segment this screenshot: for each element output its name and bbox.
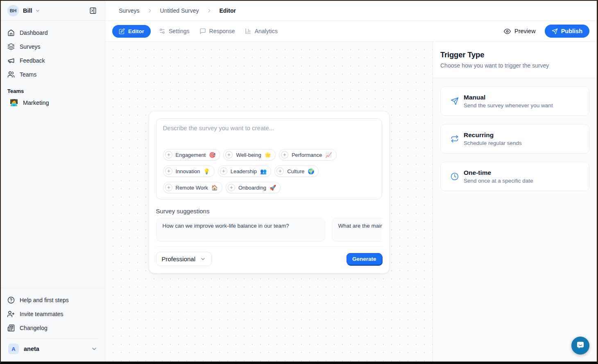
target-emoji: 🎯 bbox=[209, 152, 215, 158]
repeat-icon bbox=[451, 135, 459, 143]
chart-emoji: 📈 bbox=[325, 152, 332, 158]
tab-label: Editor bbox=[128, 28, 144, 34]
topic-chip-onboarding[interactable]: Onboarding 🚀 bbox=[226, 182, 281, 193]
divider bbox=[7, 338, 98, 339]
panel-collapse-icon bbox=[89, 7, 97, 14]
trigger-option-recurring[interactable]: Recurring Schedule regular sends bbox=[440, 124, 589, 154]
chip-label: Well-being bbox=[236, 152, 261, 158]
account-name: aneta bbox=[24, 346, 39, 352]
topic-chip-engagement[interactable]: Engagement 🎯 bbox=[163, 149, 220, 161]
topic-chip-innovation[interactable]: Innovation 💡 bbox=[163, 165, 215, 177]
workspace-switcher[interactable]: BH Bill bbox=[1, 1, 105, 21]
tab-editor[interactable]: Editor bbox=[112, 25, 151, 38]
send-icon bbox=[451, 97, 459, 105]
chip-label: Engagement bbox=[176, 152, 206, 158]
sidebar-item-feedback[interactable]: Feedback bbox=[4, 54, 102, 68]
sidebar-item-label: Surveys bbox=[20, 43, 41, 50]
breadcrumb: Surveys Untitled Survey Editor bbox=[105, 1, 597, 21]
preview-button[interactable]: Preview bbox=[504, 28, 536, 35]
sidebar-item-help[interactable]: Help and first steps bbox=[4, 293, 102, 307]
layers-icon bbox=[7, 43, 15, 50]
sidebar-item-changelog[interactable]: Changelog bbox=[4, 321, 102, 335]
chevron-right-icon bbox=[147, 8, 153, 14]
trigger-option-manual[interactable]: Manual Send the survey whenever you want bbox=[440, 86, 589, 116]
star-emoji: 🌟 bbox=[265, 152, 271, 158]
sidebar-item-teams[interactable]: Teams bbox=[4, 68, 102, 81]
account-menu[interactable]: A aneta bbox=[4, 339, 102, 358]
tone-select[interactable]: Professional bbox=[156, 252, 212, 266]
workspace-avatar: BH bbox=[7, 5, 19, 16]
clock-icon bbox=[451, 172, 459, 181]
rocket-emoji: 🚀 bbox=[270, 185, 276, 190]
people-emoji: 👥 bbox=[260, 169, 267, 174]
trigger-option-one-time[interactable]: One-time Send once at a specific date bbox=[440, 162, 589, 191]
sidebar-item-label: Help and first steps bbox=[20, 297, 69, 303]
sidebar-footer: Help and first steps Invite teammates Ch… bbox=[1, 288, 105, 362]
prompt-placeholder: Describe the survey you want to create..… bbox=[163, 124, 375, 131]
suggestions-title: Survey suggestions bbox=[156, 208, 382, 215]
bar-chart-icon bbox=[245, 28, 251, 34]
breadcrumb-surveys[interactable]: Surveys bbox=[119, 7, 140, 14]
breadcrumb-survey-name[interactable]: Untitled Survey bbox=[160, 7, 199, 14]
sidebar: BH Bill Dashboard Surv bbox=[1, 1, 105, 362]
composer-footer: Professional Generate bbox=[156, 246, 382, 266]
suggestion-card[interactable]: How can we improve work-life balance in … bbox=[156, 218, 325, 242]
plus-icon bbox=[281, 151, 288, 158]
chip-label: Leadership bbox=[231, 168, 257, 174]
chip-label: Remote Work bbox=[176, 185, 208, 191]
tone-value: Professional bbox=[162, 255, 196, 262]
option-title: Manual bbox=[464, 94, 553, 101]
sidebar-item-dashboard[interactable]: Dashboard bbox=[4, 26, 102, 40]
sidebar-nav: Dashboard Surveys Feedback Teams bbox=[1, 21, 105, 81]
sidebar-item-label: Dashboard bbox=[20, 29, 48, 36]
suggestion-card[interactable]: What are the main ob bbox=[332, 218, 382, 242]
publish-button[interactable]: Publish bbox=[545, 25, 589, 38]
tab-response[interactable]: Response bbox=[195, 25, 240, 38]
sidebar-item-surveys[interactable]: Surveys bbox=[4, 40, 102, 54]
newspaper-icon bbox=[7, 324, 15, 332]
tab-label: Analytics bbox=[255, 28, 278, 34]
plus-icon bbox=[225, 151, 233, 158]
plus-icon bbox=[276, 167, 284, 175]
breadcrumb-editor: Editor bbox=[220, 7, 236, 14]
topic-chip-well-being[interactable]: Well-being 🌟 bbox=[223, 149, 275, 161]
workspace-name: Bill bbox=[23, 7, 32, 14]
chat-launcher-button[interactable] bbox=[571, 337, 589, 355]
survey-composer-card: Describe the survey you want to create..… bbox=[149, 111, 390, 274]
option-text: Recurring Schedule regular sends bbox=[464, 131, 522, 146]
topic-chip-performance[interactable]: Performance 📈 bbox=[279, 149, 337, 161]
trigger-panel-header: Trigger Type Choose how you want to trig… bbox=[433, 42, 597, 78]
account-avatar: A bbox=[8, 344, 19, 354]
edit-icon bbox=[119, 28, 125, 34]
chevron-down-icon bbox=[200, 256, 206, 262]
prompt-input[interactable]: Describe the survey you want to create..… bbox=[156, 118, 382, 199]
chevron-down-icon bbox=[35, 8, 41, 14]
sidebar-item-label: Invite teammates bbox=[20, 311, 63, 317]
tab-settings[interactable]: Settings bbox=[154, 25, 195, 38]
panel-subtitle: Choose how you want to trigger the surve… bbox=[440, 62, 589, 69]
topic-chip-remote-work[interactable]: Remote Work 🏠 bbox=[163, 182, 222, 193]
option-description: Send once at a specific date bbox=[464, 178, 533, 184]
main-area: Surveys Untitled Survey Editor Editor bbox=[105, 1, 597, 362]
sidebar-collapse-button[interactable] bbox=[87, 5, 99, 17]
workarea: Describe the survey you want to create..… bbox=[105, 42, 597, 362]
sidebar-item-marketing[interactable]: 🧑‍💻 Marketing bbox=[4, 96, 102, 110]
editor-canvas[interactable]: Describe the survey you want to create..… bbox=[105, 42, 433, 362]
generate-button[interactable]: Generate bbox=[347, 253, 382, 265]
technologist-emoji: 🧑‍💻 bbox=[10, 99, 18, 106]
trigger-options: Manual Send the survey whenever you want… bbox=[433, 78, 597, 208]
tab-analytics[interactable]: Analytics bbox=[240, 25, 283, 38]
option-title: One-time bbox=[464, 169, 533, 176]
topic-chip-leadership[interactable]: Leadership 👥 bbox=[218, 165, 272, 177]
option-text: One-time Send once at a specific date bbox=[464, 169, 533, 184]
sidebar-item-invite[interactable]: Invite teammates bbox=[4, 307, 102, 321]
topic-chip-culture[interactable]: Culture 🌍 bbox=[274, 165, 319, 177]
teams-section-label: Teams bbox=[1, 81, 105, 96]
help-circle-icon bbox=[7, 296, 15, 304]
publish-label: Publish bbox=[561, 28, 582, 34]
trigger-type-panel: Trigger Type Choose how you want to trig… bbox=[433, 42, 597, 362]
megaphone-icon bbox=[7, 57, 15, 64]
home-icon bbox=[7, 29, 15, 36]
panel-title: Trigger Type bbox=[440, 50, 589, 59]
sidebar-item-label: Changelog bbox=[20, 325, 48, 331]
